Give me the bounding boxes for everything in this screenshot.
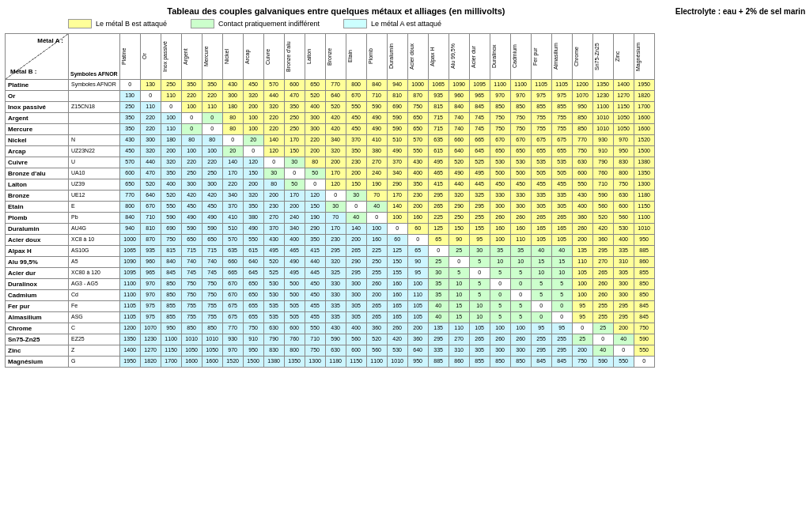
value-cell: 650 — [181, 235, 202, 246]
value-cell: 430 — [325, 323, 346, 334]
value-cell: 850 — [572, 124, 592, 135]
value-cell: 850 — [161, 290, 181, 301]
value-cell: 855 — [634, 268, 654, 279]
value-cell: 970 — [490, 91, 510, 102]
value-cell: 300 — [305, 124, 325, 135]
value-cell: 520 — [449, 157, 469, 168]
value-cell: 470 — [284, 91, 305, 102]
value-cell: 930 — [222, 334, 243, 345]
value-cell: 1000 — [407, 80, 428, 91]
legend-green-box — [191, 19, 214, 28]
value-cell: 325 — [469, 191, 490, 202]
value-cell: 965 — [469, 91, 490, 102]
value-cell: 400 — [572, 202, 592, 213]
value-cell: 660 — [222, 257, 243, 268]
value-cell: 105 — [551, 235, 572, 246]
row-afnor-5: N — [69, 135, 120, 146]
value-cell: 100 — [181, 102, 202, 113]
col-header-7: Cuivre — [263, 34, 284, 80]
value-cell: 845 — [551, 357, 572, 368]
value-cell: 710 — [592, 179, 613, 191]
value-cell: 100 — [510, 323, 531, 334]
value-cell: 755 — [202, 312, 222, 323]
value-cell: 340 — [284, 224, 305, 235]
value-cell: 490 — [284, 257, 305, 268]
value-cell: 15 — [531, 257, 551, 268]
row-name-25: Magnésium — [6, 357, 69, 368]
table-row: DuralinoxAG3 - AG51100970850750750670650… — [6, 279, 655, 290]
value-cell: 1100 — [119, 279, 140, 290]
value-cell: 465 — [428, 168, 449, 179]
value-cell: 360 — [366, 323, 387, 334]
value-cell: 505 — [284, 312, 305, 323]
value-cell: 655 — [243, 312, 263, 323]
value-cell: 360 — [572, 213, 592, 224]
value-cell: 20 — [222, 146, 243, 157]
value-cell: 1105 — [119, 312, 140, 323]
table-row: DuraluminAU4G940810690590590510490370340… — [6, 224, 655, 235]
value-cell: 655 — [551, 146, 572, 157]
value-cell: 630 — [613, 191, 634, 202]
value-cell: 800 — [613, 168, 634, 179]
value-cell: 170 — [284, 135, 305, 146]
col-header-2: Inox passivé — [161, 34, 181, 80]
value-cell: 160 — [510, 224, 531, 235]
value-cell: 710 — [366, 91, 387, 102]
value-cell: 170 — [284, 191, 305, 202]
value-cell: 25 — [592, 323, 613, 334]
legend-blue-label: Le métal A est attaqué — [371, 20, 441, 28]
value-cell: 600 — [119, 168, 140, 179]
value-cell: 550 — [161, 202, 181, 213]
value-cell: 520 — [592, 213, 613, 224]
value-cell: 495 — [284, 268, 305, 279]
value-cell: 830 — [613, 157, 634, 168]
value-cell: 855 — [161, 312, 181, 323]
value-cell: 960 — [140, 257, 161, 268]
value-cell: 520 — [140, 179, 161, 191]
row-afnor-9: UZ39 — [69, 179, 120, 191]
value-cell: 255 — [469, 213, 490, 224]
value-cell: 165 — [387, 312, 407, 323]
value-cell: 220 — [202, 91, 222, 102]
col-header-23: Sn75-Zn25 — [592, 34, 613, 80]
value-cell: 450 — [305, 279, 325, 290]
col-header-14: Acier doux — [407, 34, 428, 80]
value-cell: 935 — [140, 246, 161, 257]
value-cell: 120 — [325, 179, 346, 191]
value-cell: 1270 — [140, 345, 161, 357]
value-cell: 15 — [551, 257, 572, 268]
table-row: NickelN430300180808002014017022034037041… — [6, 135, 655, 146]
row-name-7: Cuivre — [6, 157, 69, 168]
value-cell: 935 — [428, 91, 449, 102]
value-cell: 265 — [346, 246, 366, 257]
value-cell: 665 — [222, 268, 243, 279]
value-cell: 1100 — [366, 357, 387, 368]
value-cell: 130 — [119, 91, 140, 102]
col-header-9: Laiton — [305, 34, 325, 80]
value-cell: 755 — [551, 113, 572, 124]
value-cell: 1010 — [387, 357, 407, 368]
value-cell: 755 — [181, 301, 202, 312]
value-cell: 250 — [284, 124, 305, 135]
value-cell: 615 — [428, 146, 449, 157]
value-cell: 160 — [366, 235, 387, 246]
value-cell: 95 — [551, 323, 572, 334]
value-cell: 0 — [346, 202, 366, 213]
value-cell: 975 — [140, 312, 161, 323]
value-cell: 240 — [366, 168, 387, 179]
value-cell: 40 — [428, 312, 449, 323]
value-cell: 615 — [243, 246, 263, 257]
value-cell: 1065 — [119, 246, 140, 257]
value-cell: 100 — [572, 279, 592, 290]
value-cell: 150 — [305, 202, 325, 213]
value-cell: 80 — [263, 179, 284, 191]
value-cell: 105 — [469, 323, 490, 334]
value-cell: 320 — [140, 146, 161, 157]
value-cell: 305 — [346, 301, 366, 312]
value-cell: 20 — [243, 135, 263, 146]
value-cell: 0 — [161, 102, 181, 113]
value-cell: 5 — [449, 268, 469, 279]
value-cell: 970 — [613, 135, 634, 146]
value-cell: 400 — [161, 179, 181, 191]
value-cell: 600 — [284, 323, 305, 334]
